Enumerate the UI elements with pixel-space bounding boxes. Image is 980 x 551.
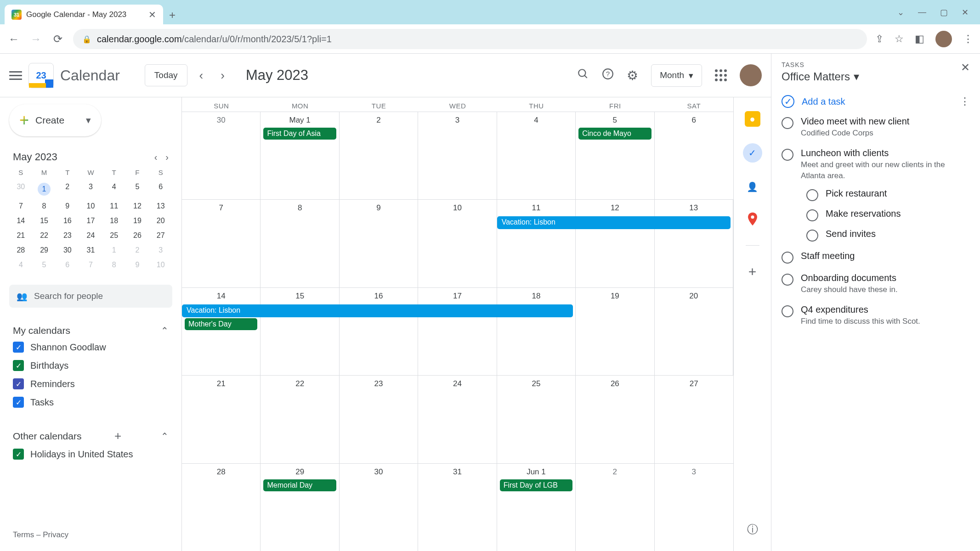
hamburger-icon[interactable] — [9, 69, 22, 82]
day-cell[interactable]: 31 — [418, 464, 497, 551]
day-cell[interactable]: 9 — [340, 200, 418, 287]
day-cell[interactable]: 30 — [340, 464, 418, 551]
bookmark-icon[interactable]: ☆ — [895, 33, 904, 45]
mini-day[interactable]: 18 — [102, 217, 126, 225]
mini-day[interactable]: 11 — [102, 202, 126, 210]
close-tab-icon[interactable]: ✕ — [148, 9, 156, 20]
share-icon[interactable]: ⇪ — [875, 33, 884, 45]
mini-day[interactable]: 10 — [149, 261, 172, 269]
mini-day[interactable]: 30 — [9, 183, 33, 196]
task-checkbox[interactable] — [782, 117, 793, 129]
mini-next-button[interactable]: › — [165, 152, 169, 163]
day-cell[interactable]: 3 — [418, 112, 497, 199]
mini-day[interactable]: 28 — [9, 246, 33, 254]
day-cell[interactable]: 2 — [340, 112, 418, 199]
url-input[interactable]: 🔒 calendar.google.com/calendar/u/0/r/mon… — [73, 29, 867, 49]
reload-button[interactable]: ⟳ — [51, 33, 65, 45]
calendar-item[interactable]: ✓Holidays in United States — [9, 445, 172, 463]
event-chip[interactable]: First Day of LGB — [500, 479, 572, 491]
minimize-icon[interactable]: — — [918, 7, 926, 17]
task-checkbox[interactable] — [806, 209, 818, 221]
day-cell[interactable]: 28 — [182, 464, 261, 551]
google-apps-icon[interactable] — [715, 69, 727, 81]
add-calendar-button[interactable]: + — [114, 429, 121, 443]
day-cell[interactable]: 21 — [182, 376, 261, 463]
close-panel-button[interactable]: ✕ — [961, 61, 970, 74]
day-cell[interactable]: 22 — [261, 376, 339, 463]
mini-prev-button[interactable]: ‹ — [154, 152, 158, 163]
mini-day[interactable]: 8 — [33, 202, 56, 210]
day-cell[interactable]: 15 — [261, 288, 339, 375]
mini-day[interactable]: 15 — [33, 217, 56, 225]
info-icon[interactable]: ⓘ — [745, 522, 760, 537]
day-cell[interactable]: 14Mother's Day — [182, 288, 261, 375]
create-button[interactable]: + Create ▾ — [9, 104, 101, 136]
event-chip[interactable]: Cinco de Mayo — [578, 128, 651, 140]
get-addons-button[interactable]: + — [745, 264, 760, 280]
mini-day[interactable]: 3 — [149, 246, 172, 254]
settings-icon[interactable]: ⚙ — [627, 68, 638, 83]
task-checkbox[interactable] — [782, 305, 793, 317]
event-span[interactable]: Vacation: Lisbon — [182, 304, 573, 317]
day-cell[interactable]: 23 — [340, 376, 418, 463]
day-cell[interactable]: 17 — [418, 288, 497, 375]
day-cell[interactable]: 2 — [576, 464, 654, 551]
calendar-item[interactable]: ✓Shannon Goodlaw — [9, 338, 172, 356]
task-checkbox[interactable] — [782, 252, 793, 264]
mini-day[interactable]: 7 — [79, 261, 102, 269]
privacy-link[interactable]: Privacy — [43, 530, 68, 539]
day-cell[interactable]: Jun 1First Day of LGB — [497, 464, 576, 551]
other-calendars-toggle[interactable]: Other calendars + ⌃ — [9, 427, 172, 445]
day-cell[interactable]: 12 — [576, 200, 654, 287]
day-cell[interactable]: 19 — [576, 288, 654, 375]
sidepanel-icon[interactable]: ◧ — [915, 33, 924, 45]
day-cell[interactable]: 13 — [655, 200, 733, 287]
search-icon[interactable] — [577, 68, 589, 83]
new-tab-button[interactable]: + — [163, 6, 181, 24]
terms-link[interactable]: Terms — [13, 530, 34, 539]
mini-day[interactable]: 3 — [79, 183, 102, 196]
mini-day[interactable]: 16 — [56, 217, 79, 225]
day-cell[interactable]: 18 — [497, 288, 576, 375]
calendar-item[interactable]: ✓Tasks — [9, 393, 172, 411]
help-icon[interactable]: ? — [602, 68, 614, 83]
maximize-icon[interactable]: ▢ — [940, 7, 948, 17]
mini-day[interactable]: 27 — [149, 231, 172, 240]
mini-day[interactable]: 14 — [9, 217, 33, 225]
search-people-input[interactable]: 👥 Search for people — [9, 285, 172, 308]
next-month-button[interactable]: › — [215, 68, 230, 83]
task-checkbox[interactable] — [806, 189, 818, 201]
mini-day[interactable]: 2 — [126, 246, 149, 254]
subtask-item[interactable]: Send invites — [806, 229, 970, 242]
mini-day[interactable]: 10 — [79, 202, 102, 210]
subtask-item[interactable]: Make reservations — [806, 208, 970, 221]
calendar-item[interactable]: ✓Reminders — [9, 375, 172, 393]
day-cell[interactable]: May 1First Day of Asia — [261, 112, 339, 199]
event-chip[interactable]: Memorial Day — [263, 479, 336, 491]
mini-day[interactable]: 5 — [33, 261, 56, 269]
day-cell[interactable]: 6 — [655, 112, 733, 199]
checkbox-icon[interactable]: ✓ — [13, 360, 24, 371]
day-cell[interactable]: 30 — [182, 112, 261, 199]
day-cell[interactable]: 26 — [576, 376, 654, 463]
mini-day[interactable]: 1 — [102, 246, 126, 254]
mini-day[interactable]: 7 — [9, 202, 33, 210]
mini-day[interactable]: 23 — [56, 231, 79, 240]
task-list-selector[interactable]: Office Matters▾ — [782, 70, 859, 83]
checkbox-icon[interactable]: ✓ — [13, 378, 24, 389]
mini-day[interactable]: 4 — [102, 183, 126, 196]
prev-month-button[interactable]: ‹ — [194, 68, 209, 83]
mini-day[interactable]: 19 — [126, 217, 149, 225]
mini-day[interactable]: 30 — [56, 246, 79, 254]
day-cell[interactable]: 4 — [497, 112, 576, 199]
task-checkbox[interactable] — [806, 230, 818, 242]
chevron-down-icon[interactable]: ⌄ — [897, 7, 904, 17]
profile-avatar[interactable] — [935, 31, 952, 47]
event-span[interactable]: Vacation: Lisbon — [497, 216, 731, 229]
mini-day[interactable]: 2 — [56, 183, 79, 196]
day-cell[interactable]: 10 — [418, 200, 497, 287]
account-avatar[interactable] — [740, 64, 762, 86]
mini-day[interactable]: 8 — [102, 261, 126, 269]
mini-day[interactable]: 25 — [102, 231, 126, 240]
browser-tab[interactable]: 31 Google Calendar - May 2023 ✕ — [5, 5, 163, 24]
